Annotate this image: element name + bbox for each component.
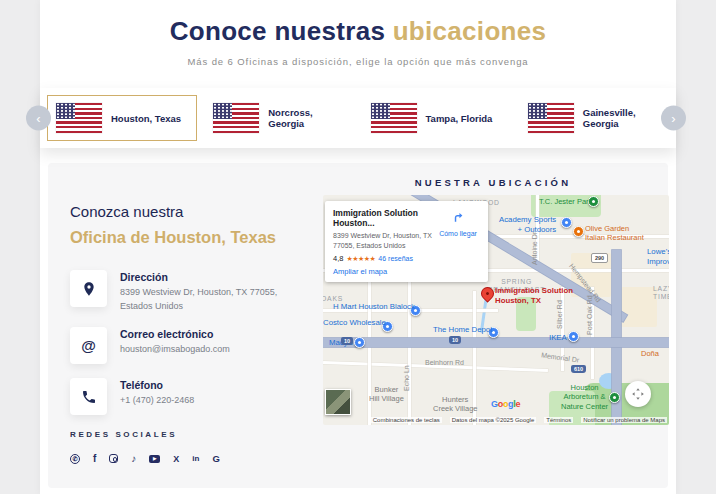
highway-i10: [323, 338, 669, 347]
phone-icon: [70, 378, 107, 415]
linkedin-icon[interactable]: in: [192, 454, 199, 463]
page-title: Conoce nuestras ubicaciones: [40, 16, 676, 47]
us-flag-icon: [371, 103, 417, 133]
tab-label: Houston, Texas: [111, 113, 181, 124]
map-label-lazybrook: LAZYBROOK /TIMBERGROVE: [653, 285, 669, 302]
us-flag-icon: [56, 103, 102, 133]
us290-shield-icon: 290: [591, 253, 608, 263]
map-label-arboretum: HoustonArboretum &Nature Center: [561, 383, 608, 411]
facebook-icon[interactable]: f: [93, 453, 96, 464]
star-rating-icon: ★★★★★: [346, 255, 375, 263]
whatsapp-icon[interactable]: ✆: [70, 454, 80, 464]
directions-arrow-icon: [451, 210, 465, 224]
map-info-window: Immigration Solution Houston... 8399 Wes…: [325, 201, 488, 282]
map-label-olive-garden: Olive GardenItalian Restaurant: [585, 224, 644, 243]
map-label-destination: Immigration SolutionHouston, TX: [495, 286, 573, 305]
map-label-hunters-creek: HuntersCreek Village: [433, 395, 477, 414]
address-line-2: Estados Unidos: [120, 301, 183, 311]
poi-pin-arboretum[interactable]: [609, 392, 620, 403]
at-sign-icon: @: [70, 327, 107, 364]
street-view-thumbnail[interactable]: [325, 389, 351, 415]
social-label: REDES SOCIALES: [70, 430, 312, 439]
pan-arrows-icon: [631, 387, 645, 401]
map-label-dona: Doña: [641, 349, 659, 358]
google-icon[interactable]: G: [212, 453, 219, 464]
directions-button[interactable]: Cómo llegar: [436, 208, 480, 276]
google-logo: Google: [491, 399, 520, 409]
email-value[interactable]: houston@imsabogado.com: [120, 343, 230, 357]
map-label-bunker-hill: BunkerHill Village: [369, 385, 404, 404]
map-label-beinhorn-rd: Beinhorn Rd: [425, 359, 464, 368]
poi-pin-macys[interactable]: [354, 337, 365, 348]
tab-label: Norcross, Georgia: [268, 107, 345, 129]
tab-houston-texas[interactable]: Houston, Texas: [47, 95, 197, 141]
map-section-label: NUESTRA UBICACIÓN: [323, 177, 669, 188]
commercial-area: [621, 287, 657, 327]
carousel-next-button[interactable]: ›: [661, 106, 686, 131]
location-pin-icon: [70, 270, 107, 307]
expand-map-link[interactable]: Ampliar el mapa: [333, 267, 436, 276]
contact-row-address: Dirección 8399 Westview Dr, Houston, TX …: [70, 270, 312, 313]
info-window-title: Immigration Solution Houston...: [333, 208, 436, 228]
section-header: Conoce nuestras ubicaciones Más de 6 Ofi…: [40, 0, 676, 67]
contact-list: Dirección 8399 Westview Dr, Houston, TX …: [70, 270, 312, 415]
youtube-icon[interactable]: ▶: [149, 455, 160, 463]
map-canvas[interactable]: LANGWOOD T.C. Jester Park Academy Sports…: [323, 195, 669, 425]
directions-label: Cómo llegar: [436, 230, 480, 237]
contact-title: Teléfono: [120, 379, 194, 391]
social-icons-row: ✆ f ♪ ▶ X in G: [70, 453, 312, 464]
poi-pin-olive-garden[interactable]: [573, 226, 584, 237]
poi-pin-academy[interactable]: [561, 217, 572, 228]
tab-label: Tampa, Florida: [426, 113, 493, 124]
office-card: Conozca nuestra Oficina de Houston, Texa…: [48, 163, 668, 488]
page-subtitle: Más de 6 Oficinas a disposición, elige l…: [40, 56, 676, 67]
i610-shield-icon: 610: [571, 365, 586, 373]
page-title-accent: ubicaciones: [393, 16, 547, 46]
pan-control[interactable]: [625, 381, 651, 407]
contact-value: 8399 Westview Dr, Houston, TX 77055, Est…: [120, 286, 277, 313]
map-attribution: Combinaciones de teclas Datos del mapa ©…: [353, 415, 669, 425]
phone-value[interactable]: +1 (470) 220-2468: [120, 394, 194, 408]
info-window-address: 8399 Westview Dr, Houston, TX 77055, Est…: [333, 231, 436, 251]
terms-link[interactable]: Términos: [544, 417, 573, 423]
map-label-lowes: Lowe'sImprovement: [647, 247, 669, 266]
reviews-link[interactable]: 46 reseñas: [378, 255, 413, 262]
contact-title: Correo electrónico: [120, 328, 230, 340]
map-label-h-mart: H Mart Houston Blalock: [333, 302, 415, 312]
us-flag-icon: [528, 103, 574, 133]
x-twitter-icon[interactable]: X: [173, 454, 179, 464]
i10-shield-icon: 10: [449, 336, 461, 344]
carousel-prev-button[interactable]: ‹: [26, 106, 51, 131]
carousel-strip: Houston, Texas Norcross, Georgia Tampa, …: [40, 88, 676, 148]
instagram-icon[interactable]: [109, 454, 118, 463]
office-info-column: Conozca nuestra Oficina de Houston, Texa…: [70, 177, 312, 488]
office-eyebrow: Conozca nuestra: [70, 203, 312, 220]
us-flag-icon: [213, 103, 259, 133]
map-label-post-oak-rd: Post Oak Rd: [586, 295, 595, 335]
map-column: NUESTRA UBICACIÓN: [312, 177, 669, 488]
report-problem-link[interactable]: Notificar un problema de Maps: [581, 417, 667, 423]
map-label-ikea: IKEA: [549, 333, 567, 343]
page-sheet: Conoce nuestras ubicaciones Más de 6 Ofi…: [40, 0, 676, 494]
map-label-home-depot: The Home Depot: [433, 325, 492, 335]
contact-title: Dirección: [120, 271, 277, 283]
i10-shield-icon: 10: [341, 337, 353, 345]
contact-row-phone: Teléfono +1 (470) 220-2468: [70, 378, 312, 415]
chevron-right-icon: ›: [671, 111, 675, 126]
tab-tampa-florida[interactable]: Tampa, Florida: [362, 95, 512, 141]
chevron-left-icon: ‹: [36, 111, 40, 126]
keyboard-shortcuts-link[interactable]: Combinaciones de teclas: [371, 417, 442, 423]
office-heading: Oficina de Houston, Texas: [70, 228, 312, 247]
poi-pin-ikea[interactable]: [568, 331, 579, 342]
map-label-tc-jester-park: T.C. Jester Park: [539, 197, 592, 206]
map-data-text: Datos del mapa ©2025 Google: [450, 417, 536, 423]
location-carousel: ‹ Houston, Texas Norcross, Georgia Tampa…: [40, 88, 676, 148]
tab-gainesville-georgia[interactable]: Gainesville, Georgia: [519, 95, 669, 141]
info-window-rating: 4,8 ★★★★★ 46 reseñas: [333, 254, 436, 263]
map-label-costco: Costco Wholesale: [323, 318, 386, 328]
tab-label: Gainesville, Georgia: [583, 107, 660, 129]
tiktok-icon[interactable]: ♪: [131, 453, 136, 464]
address-line-1: 8399 Westview Dr, Houston, TX 77055,: [120, 287, 277, 297]
rating-value: 4,8: [333, 254, 343, 263]
tab-norcross-georgia[interactable]: Norcross, Georgia: [204, 95, 354, 141]
